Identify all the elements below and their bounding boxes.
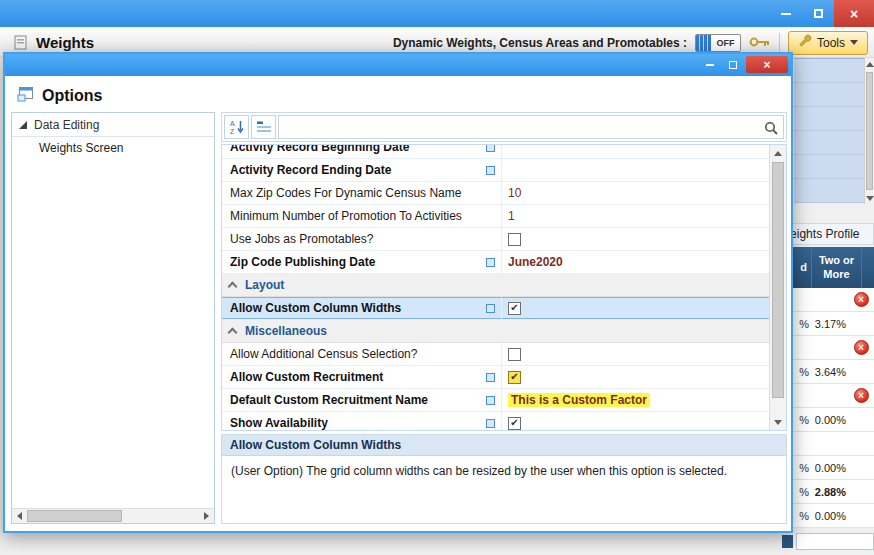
category-row[interactable]: Layout <box>222 274 769 297</box>
advanced-indicator-icon <box>486 304 495 313</box>
property-row[interactable]: Activity Record Ending Date <box>222 159 769 182</box>
property-row[interactable]: Allow Additional Census Selection? <box>222 343 769 366</box>
delete-icon[interactable]: × <box>854 388 869 403</box>
checkbox[interactable]: ✔ <box>508 302 521 315</box>
property-label: Use Jobs as Promotables? <box>230 232 373 246</box>
checkbox[interactable]: ✔ <box>508 417 521 430</box>
dynamic-weights-label: Dynamic Weights, Census Areas and Promot… <box>393 36 687 50</box>
tools-button[interactable]: Tools <box>788 31 868 55</box>
cell-value: 3.17% <box>812 318 848 330</box>
dialog-titlebar: × <box>5 54 791 76</box>
collapse-chevron-icon <box>228 328 238 338</box>
minimize-icon <box>781 13 791 15</box>
table-row <box>794 59 864 83</box>
column-header-empty <box>862 247 874 288</box>
minimize-button[interactable] <box>770 0 802 27</box>
property-label: Show Availability <box>230 416 328 430</box>
property-row[interactable]: Default Custom Recruitment NameThis is a… <box>222 389 769 412</box>
advanced-indicator-icon <box>486 396 495 405</box>
cell-action: × <box>848 340 874 355</box>
status-cell <box>796 533 874 550</box>
scroll-down-button[interactable] <box>770 414 786 430</box>
minimize-icon <box>706 64 714 66</box>
search-icon[interactable] <box>764 121 778 139</box>
categorized-view-button[interactable] <box>251 115 276 139</box>
advanced-indicator-icon <box>486 419 495 428</box>
sort-icon: AZ <box>229 119 245 135</box>
checkbox[interactable] <box>508 233 521 246</box>
property-row[interactable]: Use Jobs as Promotables? <box>222 228 769 251</box>
scroll-up-button[interactable] <box>770 145 786 161</box>
scroll-left-button[interactable] <box>12 509 27 524</box>
toggle-state-label: OFF <box>711 35 740 51</box>
tree-group-label: Data Editing <box>34 118 99 132</box>
scrollbar-thumb[interactable] <box>27 510 122 522</box>
dialog-close-button[interactable]: × <box>746 56 788 73</box>
description-body: (User Option) The grid column widths can… <box>222 456 786 486</box>
dialog-maximize-button[interactable] <box>723 57 743 73</box>
scroll-down-button[interactable] <box>865 192 874 204</box>
property-value: 10 <box>508 186 521 200</box>
property-row[interactable]: Allow Custom Recruitment✔ <box>222 366 769 389</box>
property-value-cell: June2020 <box>502 251 769 273</box>
property-label: Activity Record Ending Date <box>230 163 391 177</box>
property-label-cell: Allow Custom Recruitment <box>222 366 502 388</box>
category-row[interactable]: Miscellaneous <box>222 320 769 343</box>
property-value-cell <box>502 343 769 365</box>
property-value: June2020 <box>508 255 563 269</box>
arrow-down-icon <box>866 196 874 201</box>
advanced-indicator-icon <box>486 373 495 382</box>
table-row <box>794 179 864 203</box>
scroll-up-button[interactable] <box>865 58 874 70</box>
tree-group-data-editing[interactable]: Data Editing <box>12 113 214 137</box>
property-panel: AZ Activity Record Beginning DateAct <box>221 112 787 524</box>
dialog-header: Options <box>17 85 102 107</box>
key-icon[interactable] <box>749 34 771 52</box>
categorize-icon <box>256 119 272 135</box>
dialog-body: Options Data Editing Weights Screen <box>5 76 791 531</box>
checkbox[interactable]: ✔ <box>508 371 521 384</box>
advanced-indicator-icon <box>486 145 495 152</box>
maximize-button[interactable] <box>802 0 834 27</box>
grid-vertical-scrollbar <box>769 145 786 430</box>
property-row[interactable]: Minimum Number of Promotion To Activitie… <box>222 205 769 228</box>
close-button[interactable]: × <box>834 0 874 27</box>
options-dialog: × Options Data Editing Weights Screen <box>3 52 793 533</box>
search-input[interactable] <box>279 116 783 138</box>
window-controls: × <box>770 0 874 27</box>
cell-value: 0.00% <box>812 414 848 426</box>
cell-action: × <box>848 388 874 403</box>
delete-icon[interactable]: × <box>854 340 869 355</box>
property-row[interactable]: Activity Record Beginning Date <box>222 145 769 159</box>
property-row[interactable]: Show Availability✔ <box>222 412 769 430</box>
property-row[interactable]: Allow Custom Column Widths✔ <box>222 297 769 320</box>
property-row[interactable]: Max Zip Codes For Dynamic Census Name10 <box>222 182 769 205</box>
property-label-cell: Activity Record Beginning Date <box>222 145 502 158</box>
cell-value: 3.64% <box>812 366 848 378</box>
scrollbar-track <box>27 509 199 523</box>
arrow-up-icon <box>866 62 874 67</box>
scrollbar-thumb[interactable] <box>772 162 784 398</box>
property-value-cell <box>502 228 769 250</box>
property-value-cell: ✔ <box>502 412 769 430</box>
scrollbar-thumb[interactable] <box>866 72 873 190</box>
scroll-right-button[interactable] <box>199 509 214 524</box>
checkbox[interactable] <box>508 348 521 361</box>
property-value: 1 <box>508 209 515 223</box>
search-field <box>278 115 784 139</box>
property-label: Allow Additional Census Selection? <box>230 347 417 361</box>
tree-item-weights-screen[interactable]: Weights Screen <box>12 137 214 159</box>
status-chip <box>782 535 793 548</box>
property-label-cell: Show Availability <box>222 412 502 430</box>
property-grid-rows: Activity Record Beginning DateActivity R… <box>222 145 769 430</box>
property-label-cell: Use Jobs as Promotables? <box>222 228 502 250</box>
chevron-down-icon <box>850 40 858 45</box>
alphabetical-sort-button[interactable]: AZ <box>224 115 249 139</box>
main-window-titlebar: × <box>0 0 874 27</box>
column-header-two-or-more[interactable]: Two or More <box>812 247 862 288</box>
delete-icon[interactable]: × <box>854 292 869 307</box>
dynamic-weights-toggle[interactable]: OFF <box>695 34 741 52</box>
dialog-minimize-button[interactable] <box>700 57 720 73</box>
property-row[interactable]: Zip Code Publishing DateJune2020 <box>222 251 769 274</box>
advanced-indicator-icon <box>486 258 495 267</box>
